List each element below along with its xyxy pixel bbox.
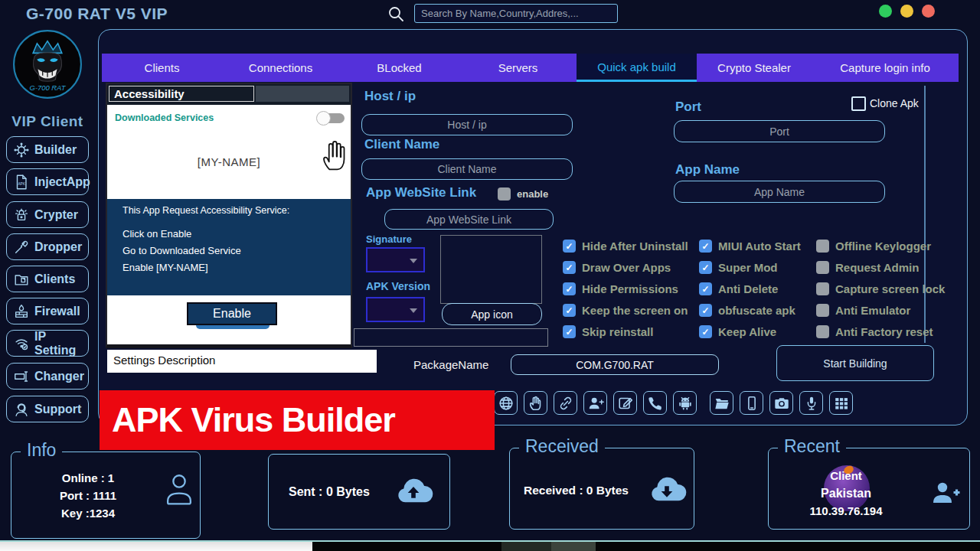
phone-header-spacer [256,86,349,102]
option-hide-permissions[interactable]: ✓Hide Permissions [563,282,678,295]
website-link-label: App WebSite Link [366,185,476,201]
check-icon: ✓ [701,306,709,315]
smartphone-icon[interactable] [740,391,763,415]
option-label: Super Mod [718,261,778,274]
recent-client-info: Client Pakistan 110.39.76.194 [796,467,896,520]
port-input[interactable] [674,120,885,142]
search-input[interactable] [414,4,618,23]
app-name-input[interactable] [674,181,885,203]
option-capture-screen-lock[interactable]: ✓Capture screen lock [816,282,945,295]
checkbox-icon: ✓ [699,240,712,253]
option-skip-reinstall[interactable]: ✓Skip reinstall [563,325,653,338]
option-request-admin[interactable]: ✓Request Admin [816,261,919,274]
option-offline-keylogger[interactable]: ✓Offline Keylogger [816,240,931,253]
tab-connections[interactable]: Connections [222,54,339,82]
virus-icon [13,142,30,158]
option-label: MIUI Auto Start [718,240,801,253]
website-link-input[interactable] [384,209,554,230]
taskbar-light-strip [0,542,312,551]
option-draw-over-apps[interactable]: ✓Draw Over Apps [563,261,671,274]
sidebar-item-injectapp[interactable]: APK InjectApp [6,168,89,195]
app-icon-button[interactable]: App icon [442,303,542,325]
checkbox-icon: ✓ [699,304,712,317]
check-icon: ✓ [565,306,573,315]
close-light[interactable] [922,5,935,18]
extra-input[interactable] [354,328,548,347]
person-add-icon[interactable] [583,391,607,415]
hand-icon[interactable] [524,391,547,415]
wifi-icon [13,335,30,352]
tab-label: Clients [145,61,180,74]
sidebar-item-support[interactable]: Support [6,396,89,422]
sidebar-item-ip-setting[interactable]: IP Setting [6,330,89,357]
option-anti-factory-reset[interactable]: ✓Anti Factory reset [816,325,933,338]
option-miui-auto-start[interactable]: ✓MIUI Auto Start [699,240,801,253]
clone-apk-checkbox[interactable] [851,96,866,111]
checkbox-icon: ✓ [816,304,829,317]
svg-text:G-700 RAT: G-700 RAT [30,84,67,93]
option-obfuscate-apk[interactable]: ✓obfuscate apk [699,304,795,317]
tab-capture-login-info[interactable]: Capture login info [812,54,959,82]
received-panel: Received Received : 0 Bytes [509,448,694,530]
taskbar-segment [551,542,596,551]
sidebar-item-builder[interactable]: Builder [6,136,89,163]
keypad-icon[interactable] [829,391,853,415]
sidebar-item-changer[interactable]: Changer [6,363,89,390]
tab-clients[interactable]: Clients [102,54,222,82]
camera-icon[interactable] [769,391,793,415]
website-enable-label: enable [517,188,548,200]
lock-icon [13,207,30,223]
microphone-icon[interactable] [799,391,823,415]
sidebar-item-clients[interactable]: Clients [6,266,89,292]
port-value: Port : 1111 [27,487,149,504]
android-icon[interactable] [673,391,697,415]
signature-select[interactable] [366,247,425,272]
option-super-mod[interactable]: ✓Super Mod [699,261,778,274]
checkbox-icon: ✓ [563,240,576,253]
check-icon: ✓ [565,242,573,251]
sidebar-item-crypter[interactable]: Crypter [6,201,89,228]
minimize-light[interactable] [879,5,892,18]
package-name-input[interactable] [511,354,719,375]
checkbox-icon: ✓ [699,282,712,295]
client-name-input[interactable] [361,158,573,180]
sidebar-item-firewall[interactable]: Firewall [6,298,89,324]
tab-servers[interactable]: Servers [459,54,577,82]
link-icon[interactable] [554,391,577,415]
recent-client-label: Client [796,467,896,484]
host-input[interactable] [361,114,573,135]
globe-icon[interactable] [494,391,518,415]
start-building-button[interactable]: Start Building [776,345,934,381]
apk-version-select[interactable] [366,297,425,322]
enable-button: Enable [187,302,277,325]
tab-blocked[interactable]: BLocked [339,54,459,82]
firewall-icon [13,303,30,320]
maximize-light[interactable] [900,5,913,18]
search-icon [387,5,405,23]
request-step: Go to Downloaded Service [122,245,241,256]
option-hide-after-uninstall[interactable]: ✓Hide After Uninstall [563,240,688,253]
rename-icon [13,368,30,385]
check-icon: ✓ [565,285,573,294]
person-add-icon [931,481,962,505]
tab-quick-apk-build[interactable]: Quick apk build [577,54,697,82]
option-anti-emulator[interactable]: ✓Anti Emulator [816,304,910,317]
folder-open-icon[interactable] [710,391,733,415]
edit-icon[interactable] [613,391,637,415]
host-label: Host / ip [364,89,416,104]
phone-header: Accessibility [107,84,351,105]
sidebar-item-dropper[interactable]: Dropper [6,233,89,260]
option-anti-delete[interactable]: ✓Anti Delete [699,282,778,295]
app-window: G-700 RAT V5 VIP Clients Connections BLo… [0,0,980,551]
check-icon: ✓ [565,263,573,272]
website-enable-checkbox[interactable]: ✓ [498,187,511,201]
pointer-hand-icon [320,138,349,171]
option-keep-screen-on[interactable]: ✓Keep the screen on [563,304,688,317]
option-keep-alive[interactable]: ✓Keep Alive [699,325,776,338]
dropper-icon [13,239,30,256]
folder-icon [13,271,30,288]
tab-crypto-stealer[interactable]: Crypto Stealer [697,54,812,82]
option-label: Offline Keylogger [835,240,931,253]
phone-icon[interactable] [643,391,667,415]
option-label: Keep Alive [718,325,776,338]
